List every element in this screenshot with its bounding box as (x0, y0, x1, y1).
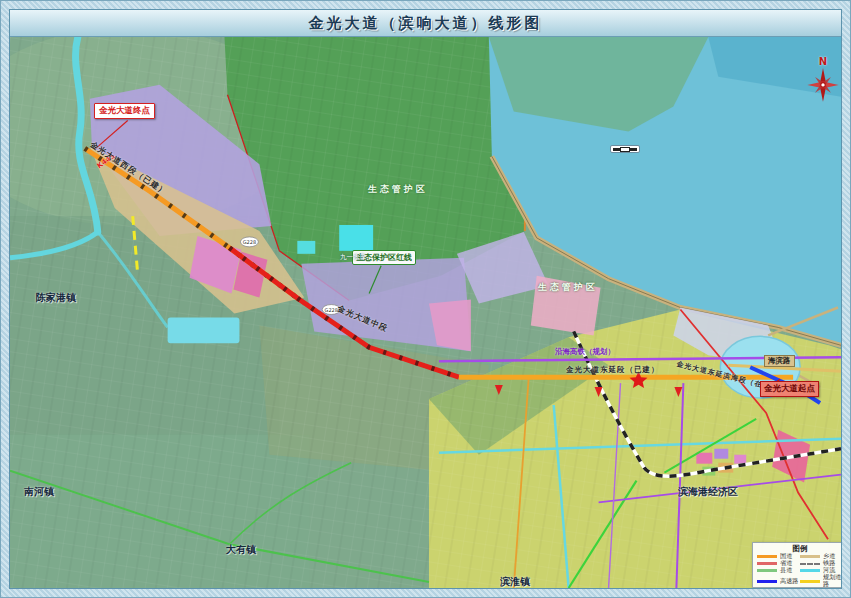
legend-item: 县道 (757, 567, 800, 574)
map-canvas: G228 G228 金光大道终点 K445 金光大道西段（已建） 生态保护区红线… (10, 37, 841, 588)
legend-swatch (800, 555, 820, 558)
legend-items: 国道省道县道高速路乡道铁路河流规划道路 (757, 553, 841, 587)
legend-swatch (800, 563, 820, 565)
svg-text:G228: G228 (325, 307, 338, 313)
compass-rose: N (805, 57, 841, 109)
map-frame: 金光大道（滨响大道）线形图 (9, 9, 842, 589)
compass-star-icon (806, 67, 840, 105)
legend-label: 高速路 (780, 578, 799, 585)
svg-text:G228: G228 (243, 239, 256, 245)
scale-bar (610, 145, 640, 153)
legend-swatch (757, 569, 777, 572)
legend: 图例 国道省道县道高速路乡道铁路河流规划道路 (752, 542, 841, 588)
legend-item: 国道 (757, 553, 800, 560)
legend-swatch (757, 555, 777, 558)
legend-item: 省道 (757, 560, 800, 567)
legend-swatch (757, 580, 777, 583)
legend-swatch (800, 569, 820, 572)
legend-label: 县道 (780, 567, 792, 574)
map-sheet: 金光大道（滨响大道）线形图 (0, 0, 851, 598)
compass-north-label: N (805, 57, 841, 67)
legend-label: 规划道路 (823, 574, 841, 587)
legend-swatch (757, 562, 777, 565)
title-bar: 金光大道（滨响大道）线形图 (10, 10, 841, 37)
legend-swatch (800, 580, 820, 583)
road-shield-1: G228 (240, 237, 258, 247)
legend-item: 高速路 (757, 574, 800, 588)
road-shield-2: G228 (322, 305, 340, 315)
page-title: 金光大道（滨响大道）线形图 (309, 14, 543, 33)
legend-item: 规划道路 (800, 574, 841, 588)
map-artwork: G228 G228 (10, 37, 841, 588)
